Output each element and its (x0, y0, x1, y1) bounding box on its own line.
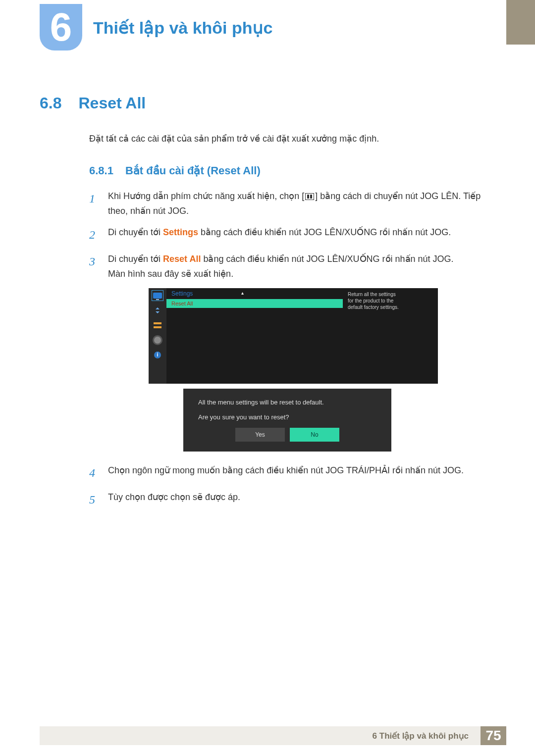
step-number: 5 (89, 490, 99, 510)
step-text: Chọn ngôn ngữ mong muốn bằng cách điều k… (108, 463, 495, 483)
dialog-message-line: Are you sure you want to reset? (198, 412, 376, 422)
dialog-message-line: All the menu settings will be reset to d… (198, 398, 376, 407)
page-corner-stripe (506, 0, 535, 45)
step-5: 5 Tùy chọn được chọn sẽ được áp. (89, 490, 495, 510)
osd-picture-icon (152, 290, 163, 301)
dialog-yes-button: Yes (235, 428, 285, 442)
section-title: Reset All (78, 94, 146, 112)
osd-sidebar: i (149, 288, 166, 384)
step-text: Di chuyển tới (108, 254, 163, 264)
step-text: Tùy chọn được chọn sẽ được áp. (108, 490, 495, 510)
step-text: bằng cách điều khiển nút JOG LÊN/XUỐNG r… (201, 254, 453, 264)
step-1: 1 Khi Hướng dẫn phím chức năng xuất hiện… (89, 189, 495, 218)
osd-menu-icon (152, 320, 163, 331)
footer-chapter-ref: 6 Thiết lập và khôi phục (373, 731, 474, 741)
keyword-settings: Settings (163, 227, 198, 237)
osd-description: Return all the settings for the product … (343, 288, 438, 384)
step-text: Di chuyển tới (108, 227, 163, 237)
footer-page-number: 75 (481, 726, 506, 745)
osd-settings-icon (152, 335, 163, 346)
keyword-reset-all: Reset All (163, 254, 201, 264)
menu-icon (305, 193, 314, 200)
step-2: 2 Di chuyển tới Settings bằng cách điều … (89, 225, 495, 245)
subsection-title: Bắt đầu cài đặt (Reset All) (125, 164, 261, 177)
section-number: 6.8 (40, 94, 61, 112)
osd-tip-line: Return all the settings (348, 291, 433, 298)
chapter-title: Thiết lập và khôi phục (93, 18, 272, 38)
osd-info-icon: i (152, 350, 163, 360)
dialog-no-button: No (290, 428, 339, 442)
osd-position-icon (152, 305, 163, 316)
step-text: Khi Hướng dẫn phím chức năng xuất hiện, … (108, 191, 304, 201)
osd-menu-screenshot: i Settings Reset All Return all the sett… (149, 288, 438, 384)
osd-tip-line: for the product to the (348, 298, 433, 304)
chapter-number-badge: 6 (40, 4, 82, 50)
step-number: 3 (89, 252, 99, 281)
reset-confirmation-dialog: All the menu settings will be reset to d… (183, 389, 391, 452)
section-intro: Đặt tất cả các cài đặt của sản phẩm trở … (89, 132, 495, 146)
osd-heading: Settings (166, 288, 343, 299)
osd-item-reset-all: Reset All (166, 299, 343, 308)
step-4: 4 Chọn ngôn ngữ mong muốn bằng cách điều… (89, 463, 495, 483)
step-number: 4 (89, 463, 99, 483)
subsection-number: 6.8.1 (89, 164, 113, 177)
page-footer: 6 Thiết lập và khôi phục 75 (40, 726, 506, 745)
osd-tip-line: default factory settings. (348, 304, 433, 310)
step-3: 3 Di chuyển tới Reset All bằng cách điều… (89, 252, 495, 281)
step-text-extra: Màn hình sau đây sẽ xuất hiện. (108, 267, 495, 282)
step-number: 2 (89, 225, 99, 245)
step-number: 1 (89, 189, 99, 218)
step-text: bằng cách điều khiển nút JOG LÊN/XUỐNG r… (198, 227, 451, 237)
